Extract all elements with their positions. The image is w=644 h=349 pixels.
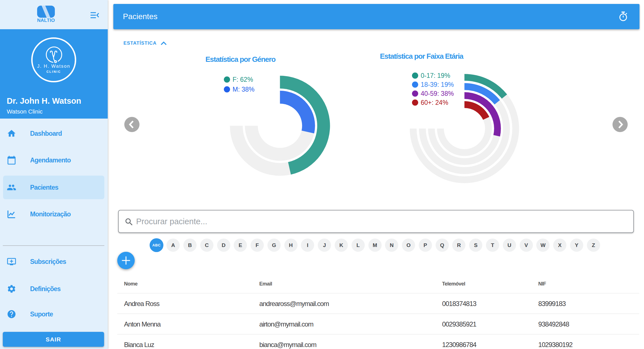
legend-label: M: 38% — [233, 85, 255, 93]
people-icon — [7, 183, 16, 192]
chevron-left-icon — [124, 117, 139, 132]
sidebar-item-label: Subscrições — [30, 257, 66, 266]
alphabet-filter-H[interactable]: H — [284, 239, 298, 252]
alphabet-filter-L[interactable]: L — [352, 239, 365, 252]
menu-collapse-icon[interactable] — [90, 11, 99, 19]
carousel-prev-button[interactable] — [124, 117, 139, 132]
sidebar: NALTIO J. H. Watson CLI — [0, 0, 108, 349]
carousel-next-button[interactable] — [613, 117, 628, 132]
alphabet-filter-G[interactable]: G — [267, 239, 281, 252]
timer-icon[interactable] — [618, 11, 629, 22]
sidebar-item-dashboard[interactable]: Dashboard — [0, 120, 108, 147]
table-row[interactable]: Anton Mennaairton@mymail.com002938592193… — [117, 314, 639, 334]
alphabet-filter-T[interactable]: T — [486, 239, 499, 252]
table-cell: Bianca Luz — [124, 334, 154, 349]
alphabet-filter-U[interactable]: U — [503, 239, 516, 252]
search-input[interactable] — [136, 211, 614, 232]
alphabet-filter-Y[interactable]: Y — [570, 239, 583, 252]
legend-label: F: 62% — [233, 76, 253, 83]
sidebar-item-pacientes[interactable]: Pacientes — [0, 174, 108, 201]
column-header-nome: Nome — [124, 280, 138, 288]
sidebar-item-subscricoes[interactable]: Subscrições — [0, 248, 108, 275]
legend-label: 18-39: 19% — [421, 81, 454, 89]
chart-title-faixa-etaria: Estatística por Faixa Etária — [365, 52, 478, 61]
doctor-name: Dr. John H. Watson — [7, 96, 102, 106]
alphabet-filter-A[interactable]: A — [166, 239, 180, 252]
alphabet-filter-V[interactable]: V — [520, 239, 533, 252]
alphabet-filter-S[interactable]: S — [469, 239, 482, 252]
sidebar-item-label: Agendamento — [30, 155, 71, 165]
table-cell: 0029385921 — [442, 314, 476, 334]
sidebar-item-agendamento[interactable]: Agendamento — [0, 147, 108, 174]
app-root: NALTIO J. H. Watson CLI — [0, 0, 644, 349]
clinic-name: Watson Clinic — [7, 108, 102, 115]
alphabet-filter-C[interactable]: C — [200, 239, 213, 252]
gear-icon — [7, 284, 16, 294]
alphabet-filter-N[interactable]: N — [385, 239, 398, 252]
sidebar-item-label: Definições — [30, 284, 60, 294]
alphabet-filter-I[interactable]: I — [301, 239, 314, 252]
svg-text:CLINIC: CLINIC — [46, 70, 61, 73]
patients-table: Andrea Rossandreaross@mymail.com00183748… — [117, 293, 639, 349]
table-row[interactable]: Andrea Rossandreaross@mymail.com00183748… — [117, 293, 639, 314]
legend-dot — [412, 90, 418, 97]
logout-button[interactable]: SAIR — [3, 332, 104, 347]
sidebar-item-label: Pacientes — [30, 183, 58, 192]
page-header: Pacientes — [113, 4, 640, 29]
radial-chart-faixa-etaria — [408, 72, 521, 185]
alphabet-filter-W[interactable]: W — [536, 239, 550, 252]
stats-section-label: ESTATÍSTICA — [123, 39, 157, 47]
naltio-logo-icon — [37, 6, 55, 18]
sidebar-item-suporte[interactable]: Suporte — [0, 301, 108, 328]
alphabet-filter-P[interactable]: P — [419, 239, 432, 252]
column-header-nif: NIF — [538, 280, 546, 288]
table-cell: 1029380192 — [538, 334, 572, 349]
legend-label: 60+: 24% — [421, 99, 448, 106]
add-patient-fab[interactable] — [117, 252, 135, 269]
table-cell: bianca@mymail.com — [259, 334, 316, 349]
sidebar-item-label: Dashboard — [30, 129, 62, 138]
table-row[interactable]: Bianca Luzbianca@mymail.com1230986784102… — [117, 334, 639, 349]
legend-dot — [412, 72, 418, 79]
add-screen-icon — [7, 257, 16, 266]
column-header-telemóvel: Telemóvel — [442, 280, 465, 288]
calendar-icon — [7, 155, 16, 165]
alphabet-filter-D[interactable]: D — [217, 239, 230, 252]
alphabet-filter-R[interactable]: R — [452, 239, 465, 252]
legend-dot — [412, 99, 418, 106]
legend-label: 0-17: 19% — [421, 72, 450, 80]
search-icon — [124, 217, 134, 227]
table-cell: andreaross@mymail.com — [259, 293, 329, 314]
chevron-right-icon — [613, 117, 628, 132]
alphabet-filter-M[interactable]: M — [368, 239, 382, 252]
profile-card: J. H. Watson CLINIC Dr. John H. Watson W… — [0, 29, 108, 119]
sidebar-item-definicoes[interactable]: Definições — [0, 275, 108, 302]
alphabet-filter-F[interactable]: F — [251, 239, 264, 252]
page-title: Pacientes — [123, 4, 157, 29]
alphabet-filter-Q[interactable]: Q — [436, 239, 449, 252]
alphabet-filter-B[interactable]: B — [183, 239, 197, 252]
legend-dot — [224, 86, 230, 92]
table-cell: Anton Menna — [124, 314, 161, 334]
chart-title-genero: Estatística por Género — [184, 55, 297, 64]
brand-name: NALTIO — [33, 18, 59, 23]
alphabet-filter-Z[interactable]: Z — [587, 239, 600, 252]
column-header-email: Email — [259, 280, 272, 288]
alphabet-filter-X[interactable]: X — [553, 239, 566, 252]
alphabet-filter-J[interactable]: J — [318, 239, 331, 252]
sidebar-item-monitorizacao[interactable]: Monitorização — [0, 201, 108, 228]
legend-dot — [224, 76, 230, 83]
home-icon — [7, 129, 16, 138]
alphabet-filter-O[interactable]: O — [402, 239, 415, 252]
svg-text:J. H. Watson: J. H. Watson — [37, 64, 70, 69]
table-cell: 1230986784 — [442, 334, 476, 349]
chart-icon — [7, 209, 16, 219]
alphabet-filter-K[interactable]: K — [335, 239, 348, 252]
table-cell: Andrea Ross — [124, 293, 159, 314]
stats-section-toggle[interactable]: ESTATÍSTICA — [123, 39, 167, 47]
table-cell: 938492848 — [538, 314, 569, 334]
alphabet-filter-E[interactable]: E — [234, 239, 247, 252]
sidebar-item-label: Monitorização — [30, 209, 71, 219]
chevron-up-icon — [161, 40, 167, 46]
alphabet-filter-abc[interactable]: ABC — [150, 238, 163, 252]
